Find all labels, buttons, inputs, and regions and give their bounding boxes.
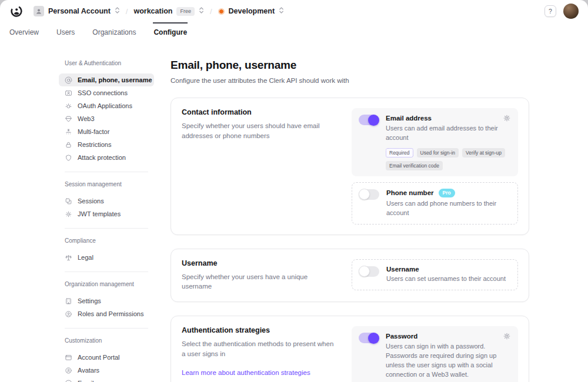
- account-label: Personal Account: [48, 7, 111, 15]
- sidebar-item-label: Multi-factor: [78, 128, 109, 135]
- sidebar-item-label: Attack protection: [78, 154, 126, 161]
- email-address-setting: Email address Users can add email addres…: [352, 108, 518, 176]
- sidebar-item-account-portal[interactable]: Account Portal: [59, 351, 154, 364]
- page-subtitle: Configure the user attributes the Clerk …: [171, 77, 529, 84]
- username-card: Username Specify whether your users have…: [171, 249, 529, 302]
- settings-gear-icon[interactable]: [503, 114, 511, 122]
- card-settings-column: Password Users can sign in with a passwo…: [352, 326, 518, 382]
- plan-badge: Free: [176, 7, 195, 16]
- learn-more-link[interactable]: Learn more about authentication strategi…: [182, 369, 310, 376]
- sidebar-divider: [65, 228, 148, 229]
- card-description-column: Username Specify whether your users have…: [182, 259, 352, 291]
- sidebar-item-label: Restrictions: [78, 141, 111, 148]
- badge-email-verification-code: Email verification code: [386, 161, 443, 170]
- username-toggle[interactable]: [359, 266, 379, 277]
- sidebar-item-sso-connections[interactable]: SSO connections: [59, 86, 154, 99]
- setting-body: Username Users can set usernames to thei…: [386, 266, 510, 284]
- toggle-knob: [359, 189, 370, 200]
- sidebar-item-label: JWT templates: [78, 210, 121, 217]
- tab-overview[interactable]: Overview: [9, 22, 39, 42]
- settings-sidebar: User & Authentication Email, phone, user…: [59, 59, 154, 382]
- breadcrumb-slash: /: [210, 7, 212, 16]
- sidebar-section-customization: Customization Account Portal Avatars Ema…: [59, 337, 154, 382]
- sidebar-item-attack-protection[interactable]: Attack protection: [59, 151, 154, 164]
- email-address-toggle[interactable]: [359, 115, 379, 125]
- settings-gear-icon[interactable]: [503, 332, 511, 340]
- phone-number-setting: Phone number Pro Users can add phone num…: [352, 182, 518, 224]
- application-switcher[interactable]: workcation Free: [133, 6, 204, 16]
- breadcrumb: Personal Account / workcation Free / Dev…: [34, 6, 284, 16]
- content-layout: User & Authentication Email, phone, user…: [0, 42, 588, 382]
- sidebar-section-title: Customization: [65, 337, 154, 344]
- setting-body: Email address Users can add email addres…: [386, 114, 511, 170]
- sidebar-item-settings[interactable]: Settings: [59, 294, 154, 307]
- sidebar-item-label: Legal: [78, 254, 93, 261]
- sidebar-item-oauth-applications[interactable]: OAuth Applications: [59, 99, 154, 112]
- sidebar-item-label: Account Portal: [78, 354, 120, 361]
- gear-icon: [65, 210, 72, 218]
- avatar-icon: [65, 367, 72, 374]
- user-avatar[interactable]: [563, 4, 579, 19]
- building-icon: [65, 297, 72, 305]
- sidebar-item-label: Sessions: [78, 197, 104, 205]
- setting-name: Username: [386, 266, 419, 273]
- setting-body: Password Users can sign in with a passwo…: [386, 332, 511, 382]
- tab-users[interactable]: Users: [56, 22, 75, 42]
- sidebar-section-title: User & Authentication: [65, 60, 154, 66]
- email-at-icon: [65, 380, 72, 382]
- main-nav-tabs: Overview Users Organizations Configure: [0, 22, 588, 42]
- id-card-icon: [65, 89, 72, 97]
- password-toggle[interactable]: [359, 333, 379, 343]
- sidebar-item-label: Roles and Permissions: [78, 310, 144, 317]
- tab-organizations[interactable]: Organizations: [92, 22, 136, 42]
- environment-switcher[interactable]: Development: [218, 6, 285, 16]
- chevron-updown-icon: [199, 6, 204, 16]
- setting-description: Users can set usernames to their account: [386, 274, 510, 284]
- sidebar-item-multi-factor[interactable]: Multi-factor: [59, 125, 154, 138]
- chevron-updown-icon: [279, 6, 284, 16]
- toggle-knob: [368, 333, 379, 344]
- sidebar-divider: [65, 272, 148, 272]
- sidebar-item-avatars[interactable]: Avatars: [59, 364, 154, 377]
- scales-icon: [65, 254, 72, 262]
- sidebar-section-title: Session management: [65, 181, 154, 187]
- card-description: Specify whether your users have a unique…: [182, 272, 339, 291]
- card-title: Contact information: [182, 108, 339, 116]
- card-settings-column: Email address Users can add email addres…: [352, 108, 518, 224]
- setting-description: Users can sign in with a password. Passw…: [386, 342, 511, 380]
- help-button[interactable]: ?: [544, 5, 556, 17]
- setting-name: Email address: [386, 115, 432, 122]
- card-description: Select the authentication methods to pre…: [182, 339, 339, 358]
- setting-body: Phone number Pro Users can add phone num…: [386, 189, 510, 218]
- sidebar-item-web3[interactable]: Web3: [59, 112, 154, 125]
- badge-required: Required: [386, 148, 413, 158]
- app-window: Personal Account / workcation Free / Dev…: [0, 0, 588, 382]
- gem-icon: [65, 115, 72, 123]
- sidebar-item-label: Avatars: [78, 367, 99, 374]
- setting-name: Phone number: [386, 189, 434, 196]
- oauth-icon: [65, 102, 72, 110]
- authentication-strategies-card: Authentication strategies Select the aut…: [171, 316, 529, 382]
- sidebar-item-jwt-templates[interactable]: JWT templates: [59, 207, 154, 220]
- chevron-updown-icon: [115, 6, 120, 16]
- top-bar: Personal Account / workcation Free / Dev…: [0, 0, 588, 22]
- sidebar-item-email-phone-username[interactable]: Email, phone, username: [59, 73, 154, 86]
- sidebar-item-emails[interactable]: Emails: [59, 377, 154, 382]
- shield-icon: [65, 154, 72, 162]
- sidebar-item-legal[interactable]: Legal: [59, 251, 154, 264]
- sidebar-item-sessions[interactable]: Sessions: [59, 195, 154, 207]
- sidebar-item-roles-permissions[interactable]: Roles and Permissions: [59, 307, 154, 320]
- topbar-actions: ?: [544, 4, 579, 19]
- clerk-logo[interactable]: [9, 4, 24, 18]
- at-sign-icon: [65, 76, 72, 84]
- main-content: Email, phone, username Configure the use…: [171, 59, 529, 382]
- setting-badges: Required Used for sign-in Verify at sign…: [386, 148, 511, 170]
- tab-configure[interactable]: Configure: [153, 22, 187, 42]
- sidebar-section-session-management: Session management Sessions JWT template…: [59, 181, 154, 220]
- lock-icon: [65, 141, 72, 149]
- sidebar-item-restrictions[interactable]: Restrictions: [59, 138, 154, 151]
- password-setting: Password Users can sign in with a passwo…: [352, 326, 518, 382]
- toggle-knob: [368, 115, 379, 126]
- phone-number-toggle[interactable]: [359, 189, 379, 200]
- account-switcher[interactable]: Personal Account: [34, 6, 120, 16]
